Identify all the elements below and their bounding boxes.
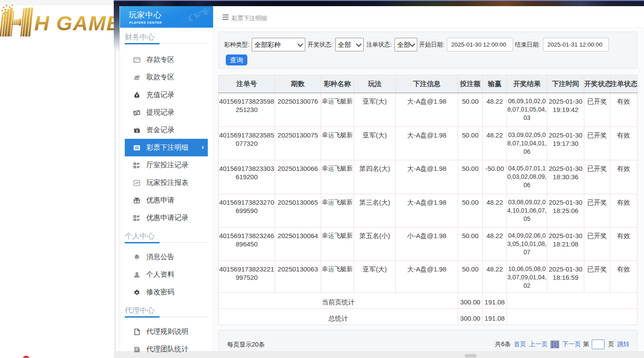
svg-text:¥: ¥ <box>136 94 138 98</box>
svg-text:H GAME: H GAME <box>34 11 115 35</box>
